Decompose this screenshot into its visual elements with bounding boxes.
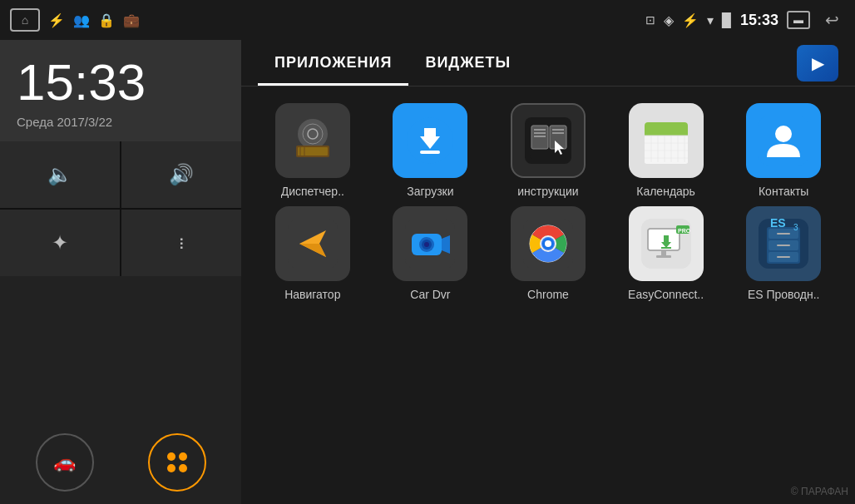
back-button[interactable]: ↩ (818, 7, 845, 33)
calendar-icon (629, 103, 704, 178)
bluetooth-icon: ⚡ (682, 12, 699, 28)
play-store-button[interactable] (797, 45, 838, 82)
esfile-label: ES Проводн.. (748, 288, 820, 301)
apps-nav-button[interactable] (148, 433, 206, 492)
usb-icon: ⚡ (48, 12, 65, 28)
wifi-icon: ▾ (707, 12, 714, 28)
volume-down-button[interactable]: 🔈 (0, 141, 120, 208)
chrome-icon (511, 206, 586, 281)
svg-rect-13 (531, 126, 548, 149)
svg-text:ES: ES (770, 219, 786, 230)
contacts-icon (746, 103, 821, 178)
status-bar: ⌂ ⚡ 👥 🔒 💼 ⊡ ◈ ⚡ ▾ ▉ 15:33 ▬ ↩ (0, 0, 855, 40)
clock-time: 15:33 (17, 57, 225, 108)
app-easyconnect[interactable]: PRO EasyConnect.. (611, 206, 721, 301)
navigator-label: Навигатор (284, 288, 340, 301)
instructions-icon (511, 103, 586, 178)
cardvr-icon (393, 206, 467, 281)
svg-point-0 (298, 119, 328, 149)
bottom-nav: 🚗 (0, 421, 241, 504)
app-chrome[interactable]: Chrome (493, 206, 603, 301)
dot-2 (179, 452, 187, 461)
dot-4 (179, 464, 187, 472)
equalizer-button[interactable]: ⫶ (121, 210, 241, 276)
svg-rect-71 (777, 256, 790, 258)
volume-up-button[interactable]: 🔊 (121, 141, 241, 208)
svg-rect-10 (420, 151, 440, 154)
dot-3 (167, 464, 175, 472)
svg-rect-61 (656, 255, 671, 258)
signal-icon: ▉ (722, 12, 732, 28)
watermark: © ПАРАФАН (791, 486, 848, 497)
chrome-label: Chrome (527, 288, 569, 301)
dispatcher-label: Диспетчер.. (281, 185, 344, 198)
svg-rect-9 (424, 128, 436, 138)
bag-icon: 💼 (123, 12, 140, 28)
downloads-label: Загрузки (407, 185, 453, 198)
car-nav-button[interactable]: 🚗 (36, 433, 94, 492)
clock-date: Среда 2017/3/22 (17, 115, 225, 129)
svg-text:PRO: PRO (678, 228, 691, 234)
cast-icon: ⊡ (645, 13, 655, 27)
svg-point-54 (545, 240, 551, 247)
svg-rect-60 (661, 250, 666, 255)
app-grid: Диспетчер.. Загрузки (241, 86, 855, 318)
instructions-label: инструкции (517, 185, 578, 198)
contacts-label: Контакты (759, 185, 808, 198)
svg-point-47 (424, 242, 429, 247)
location-icon: ◈ (664, 12, 674, 28)
right-panel: ПРИЛОЖЕНИЯ ВИДЖЕТЫ Диспетчер.. (241, 40, 855, 504)
app-navigator[interactable]: Навигатор (258, 206, 368, 301)
app-calendar[interactable]: Календарь (611, 103, 721, 198)
tabs-bar: ПРИЛОЖЕНИЯ ВИДЖЕТЫ (241, 40, 855, 86)
app-instructions[interactable]: инструкции (493, 103, 603, 198)
svg-text:3: 3 (793, 223, 798, 232)
esfile-icon: ES 3 (746, 206, 821, 281)
tab-apps[interactable]: ПРИЛОЖЕНИЯ (258, 40, 408, 86)
downloads-icon (393, 103, 467, 178)
app-esfile[interactable]: ES 3 ES Проводн.. (729, 206, 838, 301)
quick-controls: 🔈 🔊 ✦ ⫶ (0, 141, 241, 276)
lock-icon: 🔒 (98, 12, 115, 28)
svg-rect-25 (645, 129, 688, 136)
easyconnect-icon: PRO (629, 206, 704, 281)
left-panel: 15:33 Среда 2017/3/22 🔈 🔊 ✦ ⫶ 🚗 (0, 40, 241, 504)
app-downloads[interactable]: Загрузки (376, 103, 486, 198)
apps-dots (167, 452, 187, 472)
dot-1 (167, 452, 175, 461)
status-right: ⊡ ◈ ⚡ ▾ ▉ 15:33 ▬ ↩ (645, 7, 845, 33)
svg-rect-4 (298, 147, 328, 156)
calendar-label: Календарь (636, 185, 695, 198)
clock-area: 15:33 Среда 2017/3/22 (0, 40, 241, 141)
easyconnect-label: EasyConnect.. (628, 288, 704, 301)
cardvr-label: Car Dvr (410, 288, 450, 301)
app-contacts[interactable]: Контакты (729, 103, 838, 198)
svg-rect-70 (777, 245, 790, 246)
home-button[interactable]: ⌂ (10, 8, 40, 32)
svg-point-39 (775, 126, 792, 142)
battery-icon: ▬ (787, 11, 810, 29)
app-dispatcher[interactable]: Диспетчер.. (258, 103, 368, 198)
navigator-icon (275, 206, 350, 281)
brightness-button[interactable]: ✦ (0, 210, 120, 276)
app-cardvr[interactable]: Car Dvr (376, 206, 486, 301)
svg-rect-69 (777, 233, 790, 235)
status-time: 15:33 (740, 12, 778, 29)
status-left: ⌂ ⚡ 👥 🔒 💼 (10, 8, 140, 32)
tab-widgets[interactable]: ВИДЖЕТЫ (408, 40, 527, 86)
users-icon: 👥 (73, 12, 90, 28)
dispatcher-icon (275, 103, 350, 178)
